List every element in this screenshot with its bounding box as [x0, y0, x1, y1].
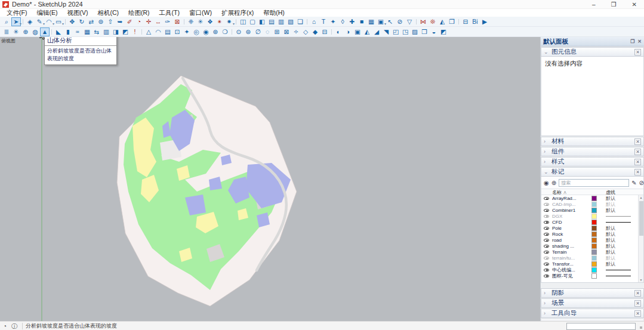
plugin-tool-icon[interactable]: ▣ [376, 17, 386, 26]
menu-tools[interactable]: 工具(T) [155, 9, 184, 17]
plugin-tool-icon[interactable]: ✴ [215, 17, 224, 26]
plugin-tool-icon[interactable]: ⊞ [272, 27, 282, 36]
eye-icon[interactable] [544, 209, 549, 212]
text-tool-icon[interactable]: ✑ [163, 17, 172, 26]
plugin-tool-icon[interactable]: ⊕ [21, 27, 30, 36]
plugin-tool-icon[interactable]: ◉ [201, 27, 211, 36]
plugin-tool-icon[interactable]: ◐ [334, 27, 343, 36]
section-shadows[interactable]: › 阴影 ✕ [541, 288, 644, 298]
pushpull-tool-icon[interactable]: ⇧ [106, 17, 115, 26]
scale-tool-icon[interactable]: ⇄ [87, 17, 96, 26]
terrain-model[interactable] [117, 76, 297, 306]
section-components[interactable]: › 组件 ✕ [541, 147, 644, 156]
tag-row[interactable]: CFD [541, 219, 643, 225]
plugin-tool-icon[interactable]: ❊ [428, 17, 437, 26]
scrollbar-thumb[interactable] [639, 201, 643, 236]
plugin-tool-icon[interactable]: ▦ [366, 17, 376, 26]
section-materials[interactable]: › 材料 ✕ [541, 137, 644, 146]
plugin-tool-icon[interactable]: ⊘ [395, 17, 405, 26]
plugin-tool-icon[interactable]: ≣ [2, 27, 11, 36]
measurements-input[interactable] [566, 323, 636, 330]
purge-icon[interactable]: ⊘ [639, 180, 644, 186]
plugin-tool-icon[interactable]: ▤ [267, 17, 276, 26]
eye-icon[interactable] [544, 263, 549, 266]
tag-color-swatch[interactable] [591, 208, 597, 213]
plugin-tool-icon[interactable]: ▨ [410, 27, 420, 36]
arc-tool-icon[interactable]: ◠ [44, 17, 54, 26]
tag-row[interactable]: shading ... 默认 [541, 243, 643, 249]
plugin-tool-icon[interactable]: ▥ [276, 17, 286, 26]
protractor-icon[interactable]: ◔ [134, 17, 144, 26]
plugin-tool-icon[interactable]: ✦ [182, 27, 192, 36]
plugin-tool-icon[interactable]: ◢ [372, 27, 381, 36]
menu-draw[interactable]: 绘图(R) [124, 9, 154, 17]
rotate-tool-icon[interactable]: ↻ [77, 17, 87, 26]
plugin-tool-icon[interactable]: ⇆ [92, 27, 101, 36]
edit-pencil-icon[interactable]: ✎ [631, 180, 636, 186]
plugin-tool-icon[interactable]: ✷ [224, 17, 234, 26]
plugin-tool-icon[interactable]: ◩ [121, 27, 130, 36]
menu-help[interactable]: 帮助(H) [259, 9, 289, 17]
menu-window[interactable]: 窗口(W) [185, 9, 216, 17]
plugin-tool-icon[interactable]: ✚ [347, 17, 357, 26]
plugin-tool-icon[interactable]: ❐ [447, 17, 457, 26]
close-icon[interactable]: ✕ [634, 149, 641, 155]
minimize-button[interactable]: – [592, 1, 596, 8]
dimension-tool-icon[interactable]: ↔ [153, 17, 163, 26]
close-icon[interactable]: ✕ [634, 49, 641, 55]
tags-column-headers[interactable]: 名称 ∧ 虚线 [541, 189, 643, 195]
plugin-tool-icon[interactable]: ≈ [73, 27, 82, 36]
eye-icon[interactable] [544, 215, 549, 218]
eye-icon[interactable] [544, 269, 549, 272]
plugin-tool-icon[interactable]: ◠ [153, 27, 163, 36]
tag-color-swatch[interactable] [591, 214, 597, 219]
plugin-tool-icon[interactable]: ✳ [11, 27, 21, 36]
plugin-tool-icon[interactable]: ❈ [186, 17, 196, 26]
tag-dash-value[interactable] [603, 222, 637, 223]
plugin-tool-icon[interactable]: ■ [357, 17, 366, 26]
plugin-tool-icon[interactable]: ! [130, 27, 140, 36]
tag-row[interactable]: 中心线编... [541, 267, 643, 273]
tag-color-swatch[interactable] [591, 249, 597, 255]
plugin-tool-icon[interactable]: ◎ [192, 27, 201, 36]
text-label-tool-icon[interactable]: T [319, 17, 328, 26]
plugin-tool-icon[interactable]: ◭ [362, 27, 372, 36]
move-tool-icon[interactable]: ✥ [67, 17, 77, 26]
section-entity-info[interactable]: ⌄ 图元信息 ✕ [541, 47, 644, 57]
plugin-tool-icon[interactable]: ⊛ [211, 27, 220, 36]
eye-icon[interactable] [544, 251, 549, 254]
tag-row[interactable]: Combiner1 默认 [541, 207, 643, 213]
scroll-up-icon[interactable]: ▲ [640, 195, 643, 200]
tag-color-swatch[interactable] [591, 196, 597, 201]
menu-file[interactable]: 文件(F) [2, 9, 31, 17]
close-icon[interactable]: ✕ [634, 290, 641, 297]
eye-icon[interactable] [544, 257, 549, 260]
plugin-tool-icon[interactable]: ◩ [439, 27, 448, 36]
close-button[interactable]: ✕ [632, 1, 637, 8]
plugin-tool-icon[interactable]: ✦ [328, 17, 338, 26]
status-circle-icon[interactable]: ◔ [0, 323, 10, 329]
plugin-tool-icon[interactable]: ⊟ [320, 27, 329, 36]
plugin-tool-icon[interactable]: ❒ [420, 27, 429, 36]
plugin-tool-icon[interactable]: ↖ [386, 17, 395, 26]
tag-dash-value[interactable]: 默认 [603, 201, 637, 208]
plugin-tool-icon[interactable]: ⊡ [172, 27, 182, 36]
plugin-tool-icon[interactable]: ◧ [257, 17, 267, 26]
plugin-tool-icon[interactable]: ❖ [205, 17, 215, 26]
plugin-tool-icon[interactable]: ❍ [220, 27, 230, 36]
plugin-tool-icon[interactable]: ⌂ [309, 17, 319, 26]
plugin-tool-icon[interactable]: ◥ [381, 27, 391, 36]
play-icon[interactable]: ▶ [480, 17, 489, 26]
plugin-tool-icon[interactable]: ▧ [286, 17, 295, 26]
scroll-down-icon[interactable]: ▼ [640, 277, 643, 282]
close-icon[interactable]: ✕ [634, 169, 641, 175]
tag-row[interactable]: Pole 默认 [541, 225, 643, 231]
plugin-tool-icon[interactable]: ◍ [30, 27, 40, 36]
tag-color-swatch[interactable] [591, 226, 597, 231]
menu-camera[interactable]: 相机(C) [93, 9, 123, 17]
tag-color-swatch[interactable] [591, 202, 597, 207]
tag-color-swatch[interactable] [591, 220, 597, 225]
plugin-tool-icon[interactable]: ▥ [101, 27, 111, 36]
plugin-tool-icon[interactable]: ◳ [400, 27, 410, 36]
rectangle-tool-icon[interactable]: ▭ [54, 17, 63, 26]
